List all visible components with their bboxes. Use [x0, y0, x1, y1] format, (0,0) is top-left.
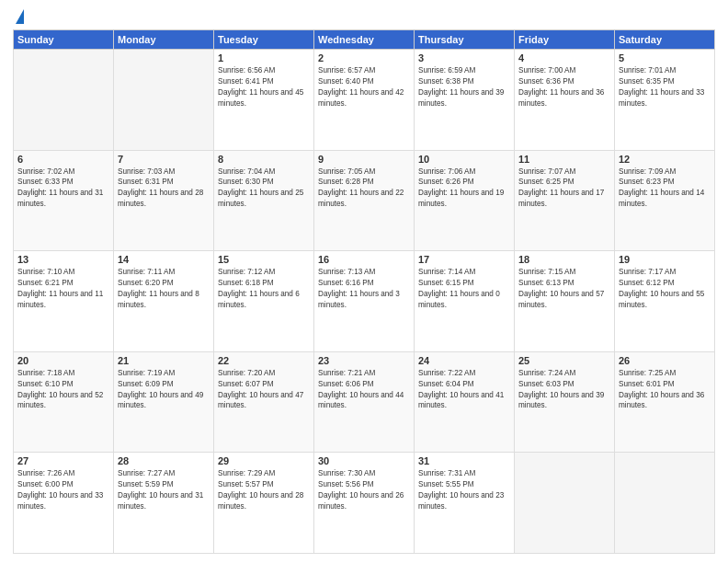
- week-row: 6Sunrise: 7:02 AMSunset: 6:33 PMDaylight…: [14, 150, 715, 251]
- day-of-week-header: Thursday: [415, 30, 515, 50]
- day-number: 10: [418, 154, 510, 165]
- calendar-header-row: SundayMondayTuesdayWednesdayThursdayFrid…: [14, 30, 715, 50]
- day-info: Sunrise: 7:27 AMSunset: 5:59 PMDaylight:…: [118, 468, 210, 512]
- day-number: 19: [619, 254, 711, 265]
- day-number: 23: [318, 355, 410, 366]
- day-info: Sunrise: 7:04 AMSunset: 6:30 PMDaylight:…: [218, 167, 310, 211]
- calendar-cell: [14, 50, 114, 151]
- day-number: 4: [518, 52, 610, 63]
- day-info: Sunrise: 7:10 AMSunset: 6:21 PMDaylight:…: [17, 267, 109, 311]
- calendar-cell: 26Sunrise: 7:25 AMSunset: 6:01 PMDayligh…: [615, 351, 715, 453]
- day-number: 27: [17, 455, 109, 466]
- day-info: Sunrise: 6:56 AMSunset: 6:41 PMDaylight:…: [218, 65, 310, 109]
- week-row: 20Sunrise: 7:18 AMSunset: 6:10 PMDayligh…: [14, 351, 715, 453]
- day-of-week-header: Tuesday: [214, 30, 314, 50]
- day-info: Sunrise: 7:24 AMSunset: 6:03 PMDaylight:…: [518, 368, 610, 412]
- page: SundayMondayTuesdayWednesdayThursdayFrid…: [0, 0, 728, 563]
- calendar-cell: 15Sunrise: 7:12 AMSunset: 6:18 PMDayligh…: [214, 251, 314, 352]
- calendar-cell: 14Sunrise: 7:11 AMSunset: 6:20 PMDayligh…: [114, 251, 214, 352]
- day-info: Sunrise: 7:03 AMSunset: 6:31 PMDaylight:…: [118, 167, 210, 211]
- day-number: 25: [518, 355, 610, 366]
- day-of-week-header: Monday: [114, 30, 214, 50]
- calendar-cell: 20Sunrise: 7:18 AMSunset: 6:10 PMDayligh…: [14, 351, 114, 453]
- calendar-cell: 8Sunrise: 7:04 AMSunset: 6:30 PMDaylight…: [214, 150, 314, 251]
- day-info: Sunrise: 7:02 AMSunset: 6:33 PMDaylight:…: [17, 167, 109, 211]
- calendar-cell: 23Sunrise: 7:21 AMSunset: 6:06 PMDayligh…: [314, 351, 415, 453]
- day-info: Sunrise: 6:59 AMSunset: 6:38 PMDaylight:…: [418, 65, 510, 109]
- day-info: Sunrise: 7:05 AMSunset: 6:28 PMDaylight:…: [318, 167, 410, 211]
- day-info: Sunrise: 6:57 AMSunset: 6:40 PMDaylight:…: [318, 65, 410, 109]
- calendar-cell: 16Sunrise: 7:13 AMSunset: 6:16 PMDayligh…: [314, 251, 415, 352]
- calendar-table: SundayMondayTuesdayWednesdayThursdayFrid…: [13, 29, 715, 554]
- calendar-cell: 7Sunrise: 7:03 AMSunset: 6:31 PMDaylight…: [114, 150, 214, 251]
- day-info: Sunrise: 7:12 AMSunset: 6:18 PMDaylight:…: [218, 267, 310, 311]
- calendar-cell: 6Sunrise: 7:02 AMSunset: 6:33 PMDaylight…: [14, 150, 114, 251]
- day-number: 24: [418, 355, 510, 366]
- day-number: 6: [17, 154, 109, 165]
- day-info: Sunrise: 7:26 AMSunset: 6:00 PMDaylight:…: [17, 468, 109, 512]
- day-number: 8: [218, 154, 310, 165]
- day-number: 17: [418, 254, 510, 265]
- day-of-week-header: Wednesday: [314, 30, 415, 50]
- day-info: Sunrise: 7:15 AMSunset: 6:13 PMDaylight:…: [518, 267, 610, 311]
- calendar-cell: 29Sunrise: 7:29 AMSunset: 5:57 PMDayligh…: [214, 453, 314, 554]
- calendar-cell: 30Sunrise: 7:30 AMSunset: 5:56 PMDayligh…: [314, 453, 415, 554]
- day-info: Sunrise: 7:11 AMSunset: 6:20 PMDaylight:…: [118, 267, 210, 311]
- day-number: 28: [118, 455, 210, 466]
- calendar-cell: 25Sunrise: 7:24 AMSunset: 6:03 PMDayligh…: [515, 351, 615, 453]
- week-row: 13Sunrise: 7:10 AMSunset: 6:21 PMDayligh…: [14, 251, 715, 352]
- day-info: Sunrise: 7:00 AMSunset: 6:36 PMDaylight:…: [518, 65, 610, 109]
- calendar-cell: 4Sunrise: 7:00 AMSunset: 6:36 PMDaylight…: [515, 50, 615, 151]
- calendar-cell: 27Sunrise: 7:26 AMSunset: 6:00 PMDayligh…: [14, 453, 114, 554]
- day-info: Sunrise: 7:22 AMSunset: 6:04 PMDaylight:…: [418, 368, 510, 412]
- day-number: 11: [518, 154, 610, 165]
- day-number: 5: [619, 52, 711, 63]
- calendar-cell: 1Sunrise: 6:56 AMSunset: 6:41 PMDaylight…: [214, 50, 314, 151]
- day-info: Sunrise: 7:17 AMSunset: 6:12 PMDaylight:…: [619, 267, 711, 311]
- calendar-cell: 18Sunrise: 7:15 AMSunset: 6:13 PMDayligh…: [515, 251, 615, 352]
- calendar-cell: 3Sunrise: 6:59 AMSunset: 6:38 PMDaylight…: [415, 50, 515, 151]
- calendar-cell: 24Sunrise: 7:22 AMSunset: 6:04 PMDayligh…: [415, 351, 515, 453]
- day-number: 20: [17, 355, 109, 366]
- calendar-cell: 17Sunrise: 7:14 AMSunset: 6:15 PMDayligh…: [415, 251, 515, 352]
- day-info: Sunrise: 7:19 AMSunset: 6:09 PMDaylight:…: [118, 368, 210, 412]
- calendar-cell: 2Sunrise: 6:57 AMSunset: 6:40 PMDaylight…: [314, 50, 415, 151]
- day-info: Sunrise: 7:09 AMSunset: 6:23 PMDaylight:…: [619, 167, 711, 211]
- day-number: 13: [17, 254, 109, 265]
- day-info: Sunrise: 7:06 AMSunset: 6:26 PMDaylight:…: [418, 167, 510, 211]
- week-row: 1Sunrise: 6:56 AMSunset: 6:41 PMDaylight…: [14, 50, 715, 151]
- calendar-cell: 11Sunrise: 7:07 AMSunset: 6:25 PMDayligh…: [515, 150, 615, 251]
- day-number: 21: [118, 355, 210, 366]
- day-number: 9: [318, 154, 410, 165]
- day-info: Sunrise: 7:30 AMSunset: 5:56 PMDaylight:…: [318, 468, 410, 512]
- day-number: 29: [218, 455, 310, 466]
- calendar-cell: [114, 50, 214, 151]
- day-number: 31: [418, 455, 510, 466]
- logo: [13, 9, 24, 22]
- calendar-cell: 10Sunrise: 7:06 AMSunset: 6:26 PMDayligh…: [415, 150, 515, 251]
- day-info: Sunrise: 7:29 AMSunset: 5:57 PMDaylight:…: [218, 468, 310, 512]
- calendar-cell: 22Sunrise: 7:20 AMSunset: 6:07 PMDayligh…: [214, 351, 314, 453]
- day-info: Sunrise: 7:18 AMSunset: 6:10 PMDaylight:…: [17, 368, 109, 412]
- day-number: 12: [619, 154, 711, 165]
- calendar-cell: [515, 453, 615, 554]
- calendar-cell: 28Sunrise: 7:27 AMSunset: 5:59 PMDayligh…: [114, 453, 214, 554]
- day-of-week-header: Saturday: [615, 30, 715, 50]
- day-number: 14: [118, 254, 210, 265]
- day-info: Sunrise: 7:21 AMSunset: 6:06 PMDaylight:…: [318, 368, 410, 412]
- day-of-week-header: Sunday: [14, 30, 114, 50]
- calendar-cell: 9Sunrise: 7:05 AMSunset: 6:28 PMDaylight…: [314, 150, 415, 251]
- day-number: 15: [218, 254, 310, 265]
- day-info: Sunrise: 7:01 AMSunset: 6:35 PMDaylight:…: [619, 65, 711, 109]
- day-info: Sunrise: 7:25 AMSunset: 6:01 PMDaylight:…: [619, 368, 711, 412]
- calendar-cell: [615, 453, 715, 554]
- day-number: 3: [418, 52, 510, 63]
- day-of-week-header: Friday: [515, 30, 615, 50]
- day-number: 22: [218, 355, 310, 366]
- logo-triangle-icon: [16, 9, 24, 24]
- calendar-cell: 12Sunrise: 7:09 AMSunset: 6:23 PMDayligh…: [615, 150, 715, 251]
- day-number: 1: [218, 52, 310, 63]
- day-info: Sunrise: 7:07 AMSunset: 6:25 PMDaylight:…: [518, 167, 610, 211]
- day-number: 7: [118, 154, 210, 165]
- calendar-cell: 19Sunrise: 7:17 AMSunset: 6:12 PMDayligh…: [615, 251, 715, 352]
